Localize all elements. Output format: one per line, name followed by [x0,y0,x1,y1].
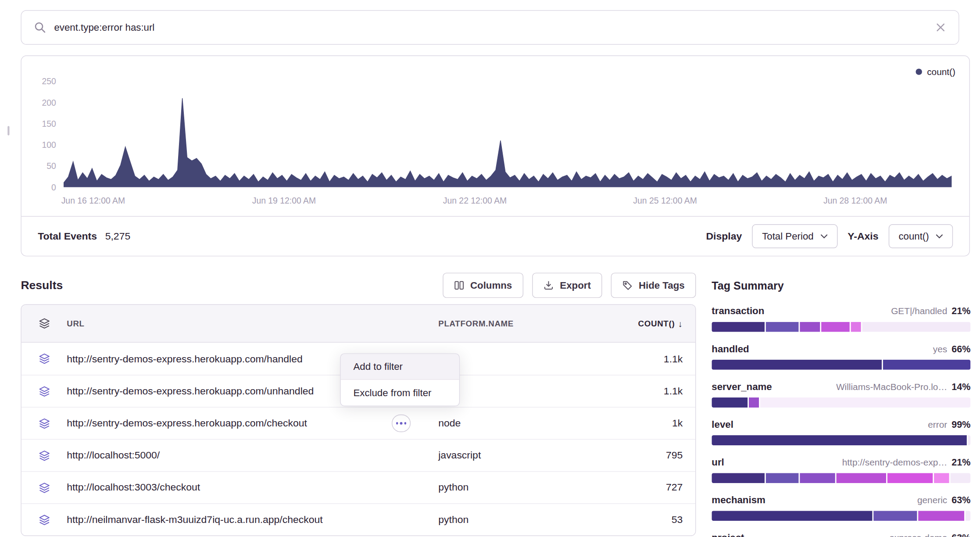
tag-bar-segment[interactable] [874,511,917,521]
tag-bar-segment[interactable] [883,360,971,370]
tag-entry[interactable]: server_nameWilliams-MacBook-Pro.lo…14% [712,381,970,408]
count-cell: 1k [608,418,695,429]
tag-distribution-bar[interactable] [712,397,970,408]
tag-summary-panel: Tag Summary transactionGET|/handled21%ha… [712,279,970,537]
tag-bar-segment[interactable] [887,473,933,483]
url-cell[interactable]: http://sentry-demos-express.herokuapp.co… [67,418,438,429]
events-chart-panel: count() 250200150100500 Jun 16 12:00 AMJ… [21,55,970,256]
table-row[interactable]: http://localhost:5000/javascript795 [21,439,695,471]
tag-bar-segment[interactable] [968,435,971,445]
tag-bar-segment[interactable] [800,322,820,332]
row-actions-button[interactable] [392,415,411,432]
tag-bar-segment[interactable] [918,511,964,521]
results-header: Results ColumnsExportHide Tags [21,273,696,298]
x-tick-label: Jun 22 12:00 AM [443,196,507,206]
tag-bar-segment[interactable] [712,360,882,370]
tag-bar-segment[interactable] [862,322,971,332]
count-cell: 53 [608,514,695,526]
export-icon [544,280,554,290]
tag-entry[interactable]: mechanismgeneric63% [712,494,970,521]
tag-distribution-bar[interactable] [712,473,970,483]
tag-entry[interactable]: levelerror99% [712,419,970,445]
tag-entry[interactable]: handledyes66% [712,343,970,369]
platform-cell: python [438,514,608,526]
y-tick-label: 100 [21,140,56,150]
url-cell[interactable]: http://localhost:5000/ [67,450,438,461]
tag-bar-segment[interactable] [766,322,799,332]
export-button[interactable]: Export [532,273,602,298]
tag-bar-segment[interactable] [749,397,759,408]
menu-item-exclude-from-filter[interactable]: Exclude from filter [341,380,459,406]
tag-bar-segment[interactable] [966,511,971,521]
x-tick-label: Jun 28 12:00 AM [823,196,887,206]
tag-bar-segment[interactable] [766,473,798,483]
legend-series-label: count() [927,67,955,77]
column-header-count[interactable]: COUNT() ↓ [608,319,695,329]
clear-search-icon[interactable] [935,22,946,32]
discover-events-page: event.type:error has:url count() 2502001… [0,0,980,537]
sidebar-collapse-handle[interactable] [7,126,9,136]
column-header-url[interactable]: URL [67,319,438,328]
tag-top-percentage: 99% [951,419,970,430]
chart-legend[interactable]: count() [916,67,955,77]
url-cell[interactable]: http://localhost:3003/checkout [67,482,438,493]
tag-bar-segment[interactable] [760,397,970,408]
tag-bar-segment[interactable] [712,511,872,521]
y-tick-label: 0 [21,183,56,192]
menu-item-add-to-filter[interactable]: Add to filter [341,354,459,380]
tag-top-value: Williams-MacBook-Pro.lo… [836,382,947,392]
row-stack-icon [21,353,67,364]
table-row[interactable]: http://localhost:3003/checkoutpython727 [21,471,695,503]
table-row[interactable]: http://neilmanvar-flask-m3uuizd7iq-uc.a.… [21,503,695,535]
tag-entry[interactable]: projectexpress-demo63% [712,532,970,537]
tag-name: server_name [712,381,772,393]
display-dropdown-value: Total Period [762,230,814,242]
tag-top-percentage: 21% [951,457,970,467]
results-title: Results [21,279,63,293]
search-bar[interactable]: event.type:error has:url [21,10,959,45]
count-cell: 795 [608,450,695,461]
tag-bar-segment[interactable] [851,322,861,332]
url-cell[interactable]: http://neilmanvar-flask-m3uuizd7iq-uc.a.… [67,514,438,526]
tag-distribution-bar[interactable] [712,360,970,370]
table-row[interactable]: http://sentry-demos-express.herokuapp.co… [21,407,695,439]
context-menu: Add to filterExclude from filter [340,353,460,406]
tag-bar-segment[interactable] [800,473,835,483]
row-stack-icon [21,482,67,493]
count-header-label: COUNT() [638,319,675,328]
tag-distribution-bar[interactable] [712,511,970,521]
platform-cell: node [438,418,608,429]
display-label: Display [706,230,742,242]
tag-top-value: error [928,419,947,430]
row-stack-icon [21,386,67,396]
tag-bar-segment[interactable] [934,473,949,483]
tag-bar-segment[interactable] [822,322,849,332]
results-toolbar: ColumnsExportHide Tags [443,273,696,298]
tag-bar-segment[interactable] [712,322,765,332]
y-tick-label: 250 [21,77,56,86]
tag-bar-segment[interactable] [951,473,971,483]
tag-distribution-bar[interactable] [712,435,970,445]
columns-button[interactable]: Columns [443,273,523,298]
column-header-platform[interactable]: PLATFORM.NAME [438,319,608,328]
display-dropdown[interactable]: Total Period [752,224,837,248]
search-query-input[interactable]: event.type:error has:url [54,22,154,33]
tag-entry[interactable]: transactionGET|/handled21% [712,305,970,332]
yaxis-dropdown[interactable]: count() [888,224,953,248]
hide-tags-button[interactable]: Hide Tags [611,273,696,298]
tag-bar-segment[interactable] [712,397,748,408]
tag-icon [622,280,633,290]
tag-bar-segment[interactable] [712,435,966,445]
tag-name: handled [712,343,749,354]
tag-entry[interactable]: urlhttp://sentry-demos-exp…21% [712,457,970,483]
row-stack-icon [21,418,67,429]
tag-bar-segment[interactable] [712,473,764,483]
y-tick-label: 50 [21,161,56,171]
platform-cell: javascript [438,450,608,461]
x-tick-label: Jun 19 12:00 AM [252,196,316,206]
tag-name: transaction [712,305,764,317]
tag-top-value: generic [917,495,947,505]
tag-bar-segment[interactable] [836,473,887,483]
tag-distribution-bar[interactable] [712,322,970,332]
search-icon [34,21,46,33]
